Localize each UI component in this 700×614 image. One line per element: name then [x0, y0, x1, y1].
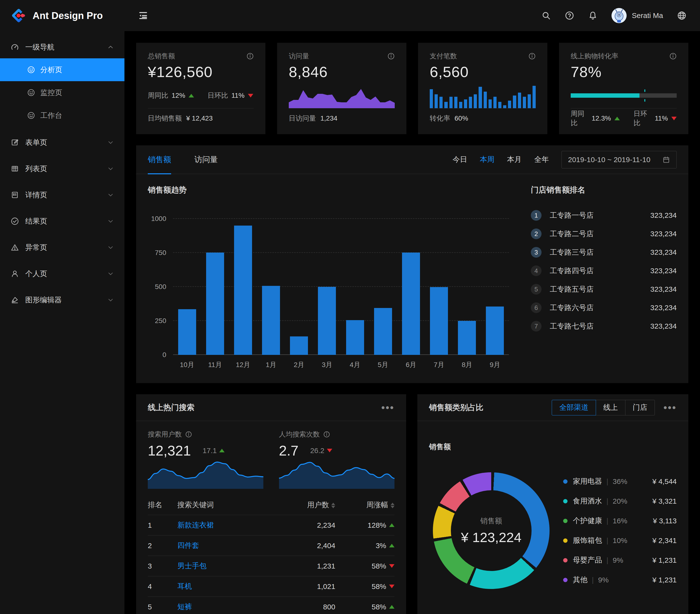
sidebar-item-详情页[interactable]: 详情页: [0, 184, 124, 206]
bar[interactable]: [458, 321, 476, 355]
profile-icon: [11, 191, 19, 199]
bar[interactable]: [206, 253, 224, 355]
bar[interactable]: [486, 306, 504, 355]
user-menu[interactable]: Serati Ma: [612, 8, 663, 23]
bar[interactable]: [402, 253, 420, 355]
mini-bar: [484, 92, 487, 108]
bar[interactable]: [262, 286, 280, 355]
sidebar-item-图形编辑器[interactable]: 图形编辑器: [0, 289, 124, 311]
visits-area-chart: [289, 83, 395, 108]
info-icon[interactable]: [387, 52, 395, 60]
channel-store[interactable]: 门店: [625, 400, 655, 415]
hot-search-table: 排名 搜索关键词 用户数 周涨幅 1新款连衣裙2,234128%2四件套2,40…: [148, 496, 395, 614]
info-icon[interactable]: [247, 52, 254, 60]
bar[interactable]: [178, 309, 196, 355]
card-footer: 转化率 60%: [430, 109, 536, 128]
bar[interactable]: [430, 287, 448, 355]
ranking-list: 1工专路一号店323,2342工专路二号店323,2343工专路三号店323,2…: [531, 206, 677, 336]
cell-rank: 1: [148, 515, 177, 536]
range-year[interactable]: 全年: [534, 154, 549, 165]
sidebar-item-个人页[interactable]: 个人页: [0, 263, 124, 284]
range-picker-group: 今日 本周 本月 全年: [453, 154, 549, 165]
chevron-down-icon: [108, 244, 114, 251]
bar[interactable]: [290, 336, 308, 355]
date-range-picker[interactable]: 2019-10-10 ~ 2019-11-10: [561, 151, 677, 168]
keyword-link[interactable]: 耳机: [177, 582, 192, 590]
cell-keyword: 新款连衣裙: [177, 515, 276, 536]
bar[interactable]: [346, 320, 364, 355]
bar-cell: [313, 219, 341, 355]
chevron-down-icon: [108, 192, 114, 198]
cell-keyword: 男士手包: [177, 556, 276, 576]
bar[interactable]: [234, 226, 252, 355]
col-users[interactable]: 用户数: [276, 496, 335, 515]
range-week[interactable]: 本周: [480, 154, 495, 165]
card-payments: 支付笔数 6,560 转化率 60%: [418, 43, 547, 134]
legend-divider: |: [607, 477, 608, 486]
rank-badge: 4: [531, 265, 541, 276]
card-footer: 日访问量 1,234: [289, 109, 395, 128]
sidebar-submenu: 分析页监控页工作台: [0, 58, 124, 127]
info-icon[interactable]: [323, 431, 330, 438]
range-today[interactable]: 今日: [453, 154, 467, 165]
keyword-link[interactable]: 短裤: [177, 603, 192, 611]
donut-subtitle: 销售额: [429, 442, 677, 452]
question-circle-icon[interactable]: [565, 11, 574, 20]
sidebar-subitem-分析页[interactable]: 分析页: [0, 58, 124, 81]
sidebar-subitem-工作台[interactable]: 工作台: [0, 104, 124, 127]
legend-divider: |: [607, 497, 608, 505]
sidebar-item-label: 详情页: [25, 190, 47, 200]
card-title: 总销售额: [148, 51, 175, 61]
cell-rank: 3: [148, 556, 177, 576]
store-name: 工专路五号店: [550, 284, 593, 295]
sidebar-item-label: 图形编辑器: [25, 295, 62, 305]
trend-chart-title: 销售额趋势: [148, 185, 514, 196]
sidebar-item-表单页[interactable]: 表单页: [0, 132, 124, 153]
sidebar-subitem-监控页[interactable]: 监控页: [0, 81, 124, 104]
col-rank: 排名: [148, 496, 177, 515]
channel-all[interactable]: 全部渠道: [552, 400, 596, 415]
bar-cell: [425, 219, 453, 355]
mini-bar: [435, 94, 438, 108]
mini-bar: [513, 96, 516, 108]
search-users-stat: 搜索用户数 12,321 17.1: [148, 430, 263, 489]
legend-amount: ¥ 1,231: [652, 556, 677, 564]
cell-users: 2,404: [276, 536, 335, 556]
sidebar-item-异常页[interactable]: 异常页: [0, 237, 124, 258]
more-menu-icon[interactable]: •••: [382, 405, 395, 410]
chevron-down-icon: [108, 297, 114, 303]
keyword-link[interactable]: 男士手包: [177, 562, 207, 570]
check-circle-icon: [11, 217, 19, 225]
tab-sales[interactable]: 销售额: [148, 145, 171, 174]
smile-icon: [27, 89, 35, 97]
bar[interactable]: [318, 287, 336, 355]
sidebar-item-label: 个人页: [25, 269, 47, 279]
range-month[interactable]: 本月: [507, 154, 522, 165]
card-title: 线上购物转化率: [571, 51, 618, 61]
menu-fold-icon[interactable]: [138, 11, 148, 21]
keyword-link[interactable]: 新款连衣裙: [177, 521, 214, 529]
info-icon[interactable]: [670, 52, 677, 60]
caret-up-icon: [389, 523, 395, 527]
globe-icon[interactable]: [677, 11, 686, 20]
col-change[interactable]: 周涨幅: [335, 496, 395, 515]
donut-legend: 家用电器|36%¥ 4,544食用酒水|20%¥ 3,321个护健康|16%¥ …: [563, 476, 677, 585]
store-value: 323,234: [650, 230, 677, 238]
info-icon[interactable]: [185, 431, 192, 438]
keyword-link[interactable]: 四件套: [177, 541, 199, 549]
channel-segmented: 全部渠道 线上 门店: [552, 400, 655, 415]
legend-name: 个护健康: [573, 516, 602, 526]
bell-icon[interactable]: [588, 11, 597, 20]
tab-visits[interactable]: 访问量: [195, 145, 218, 174]
more-menu-icon[interactable]: •••: [664, 405, 677, 410]
sidebar-item-level1-nav[interactable]: 一级导航: [0, 36, 124, 58]
table-row: 1新款连衣裙2,234128%: [148, 515, 395, 536]
info-icon[interactable]: [528, 52, 536, 60]
card-value: 8,846: [289, 63, 395, 80]
sidebar-item-结果页[interactable]: 结果页: [0, 211, 124, 232]
logo[interactable]: Ant Design Pro: [0, 0, 124, 31]
channel-online[interactable]: 线上: [596, 400, 625, 415]
bar[interactable]: [374, 308, 392, 355]
search-icon[interactable]: [541, 11, 551, 20]
sidebar-item-列表页[interactable]: 列表页: [0, 158, 124, 179]
